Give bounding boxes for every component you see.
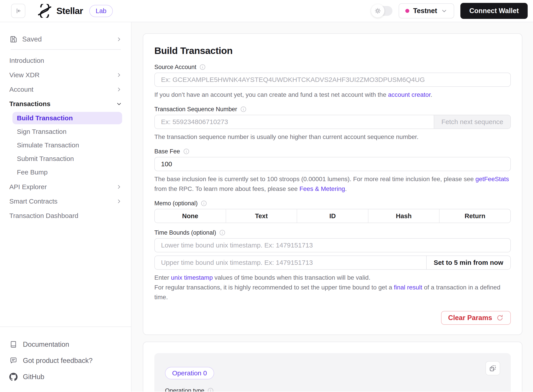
- account-creator-link[interactable]: account creator: [388, 91, 430, 98]
- sidebar-item-submit-transaction[interactable]: Submit Transaction: [12, 153, 122, 165]
- info-icon[interactable]: [219, 229, 226, 236]
- sidebar-item-fee-bump[interactable]: Fee Bump: [12, 166, 122, 178]
- source-account-field: Source Account If you don’t have an acco…: [154, 64, 511, 100]
- sidebar-item-label: API Explorer: [9, 183, 47, 191]
- info-icon[interactable]: [240, 106, 247, 112]
- connect-wallet-button[interactable]: Connect Wallet: [460, 3, 528, 19]
- fees-metering-link[interactable]: Fees & Metering: [299, 185, 345, 192]
- memo-option-id[interactable]: ID: [297, 209, 368, 223]
- lab-badge: Lab: [89, 5, 113, 17]
- sidebar-item-github[interactable]: GitHub: [9, 369, 122, 385]
- memo-option-hash[interactable]: Hash: [368, 209, 440, 223]
- time-bounds-label: Time Bounds (optional): [154, 229, 511, 236]
- helper-text: Enter: [154, 274, 171, 281]
- operation-badge: Operation 0: [165, 367, 214, 379]
- chevron-down-icon: [116, 101, 122, 107]
- sidebar-item-transaction-dashboard[interactable]: Transaction Dashboard: [9, 208, 122, 223]
- operation-header: Operation 0: [165, 361, 500, 379]
- page-title: Build Transaction: [154, 45, 511, 56]
- final-result-link[interactable]: final result: [394, 284, 422, 291]
- sidebar-item-introduction[interactable]: Introduction: [9, 53, 122, 68]
- build-transaction-card: Build Transaction Source Account If you …: [143, 33, 522, 335]
- stellar-logo[interactable]: Stellar: [38, 4, 83, 18]
- sidebar-collapse-button[interactable]: [11, 4, 25, 18]
- info-icon[interactable]: [207, 387, 214, 392]
- sidebar-item-label: Account: [9, 86, 33, 93]
- sidebar-footer: Documentation Got product feedback? GitH…: [0, 327, 131, 392]
- field-label-text: Transaction Sequence Number: [154, 106, 237, 113]
- memo-option-return[interactable]: Return: [439, 209, 510, 223]
- sequence-number-input[interactable]: [155, 115, 434, 129]
- base-fee-label: Base Fee: [154, 148, 511, 155]
- chevron-down-icon: [441, 8, 448, 14]
- sidebar-item-label: Build Transaction: [17, 114, 73, 122]
- sidebar-item-sign-transaction[interactable]: Sign Transaction: [12, 126, 122, 138]
- memo-option-text[interactable]: Text: [226, 209, 297, 223]
- sidebar-item-label: Sign Transaction: [17, 128, 66, 135]
- operations-card: Operation 0 Operation type Select operat…: [143, 342, 522, 392]
- set-5-min-button[interactable]: Set to 5 min from now: [426, 256, 510, 269]
- fetch-next-sequence-button[interactable]: Fetch next sequence: [434, 115, 510, 129]
- sidebar-item-smart-contracts[interactable]: Smart Contracts: [9, 194, 122, 208]
- theme-toggle[interactable]: [372, 6, 392, 16]
- sidebar-item-simulate-transaction[interactable]: Simulate Transaction: [12, 139, 122, 151]
- upper-time-bound-input-group: Set to 5 min from now: [154, 256, 511, 270]
- sidebar-item-saved[interactable]: Saved: [9, 32, 122, 47]
- book-icon: [9, 340, 18, 349]
- base-fee-field: Base Fee The base inclusion fee is curre…: [154, 148, 511, 194]
- field-label-text: Operation type: [165, 387, 204, 392]
- refresh-icon: [496, 314, 504, 322]
- lower-time-bound-input[interactable]: [154, 238, 511, 252]
- sequence-number-label: Transaction Sequence Number: [154, 106, 511, 112]
- base-fee-input[interactable]: [154, 157, 511, 171]
- sidebar-item-feedback[interactable]: Got product feedback?: [9, 352, 122, 369]
- sidebar-item-label: Saved: [22, 35, 42, 43]
- info-icon[interactable]: [183, 148, 190, 155]
- sidebar-item-documentation[interactable]: Documentation: [9, 336, 122, 352]
- sidebar-item-build-transaction[interactable]: Build Transaction: [12, 112, 122, 124]
- network-selector[interactable]: Testnet: [399, 3, 454, 19]
- field-label-text: Source Account: [154, 64, 196, 70]
- info-icon[interactable]: [201, 200, 207, 207]
- duplicate-operation-button[interactable]: [486, 361, 500, 375]
- sidebar-item-label: Fee Bump: [17, 168, 47, 176]
- source-account-input[interactable]: [154, 73, 511, 87]
- clear-params-button[interactable]: Clear Params: [441, 311, 511, 325]
- info-icon[interactable]: [199, 64, 206, 70]
- main-content: Build Transaction Source Account If you …: [132, 22, 533, 392]
- get-fee-stats-link[interactable]: getFeeStats: [476, 176, 509, 182]
- sidebar-item-label: Documentation: [23, 341, 69, 349]
- upper-time-bound-input[interactable]: [155, 256, 426, 269]
- network-name: Testnet: [413, 7, 437, 15]
- time-bounds-helper-2: For regular transactions, it is highly r…: [154, 283, 511, 302]
- field-label-text: Memo (optional): [154, 200, 198, 207]
- sidebar-item-account[interactable]: Account: [9, 82, 122, 97]
- sequence-number-helper: The transaction sequence number is usual…: [154, 132, 511, 142]
- operation-panel: Operation 0 Operation type Select operat…: [154, 353, 511, 392]
- base-fee-helper: The base inclusion fee is currently set …: [154, 174, 511, 194]
- chevron-right-icon: [116, 198, 122, 205]
- helper-text: .: [345, 185, 347, 192]
- source-account-helper: If you don’t have an account yet, you ca…: [154, 90, 511, 100]
- source-account-label: Source Account: [154, 64, 511, 70]
- clear-params-label: Clear Params: [448, 314, 492, 322]
- unix-timestamp-link[interactable]: unix timestamp: [171, 274, 213, 281]
- save-icon: [9, 35, 18, 43]
- sidebar-item-label: Transactions: [9, 100, 50, 108]
- memo-type-segmented-control: None Text ID Hash Return: [154, 209, 511, 223]
- sidebar-item-label: View XDR: [9, 71, 40, 79]
- helper-text: The base inclusion fee is currently set …: [154, 176, 476, 182]
- operation-type-label: Operation type: [165, 387, 500, 392]
- sidebar-item-view-xdr[interactable]: View XDR: [9, 68, 122, 82]
- brand-name: Stellar: [57, 6, 83, 16]
- stellar-logo-icon: [38, 4, 52, 18]
- memo-field: Memo (optional) None Text ID Hash Return: [154, 200, 511, 223]
- sidebar-item-transactions[interactable]: Transactions: [9, 97, 122, 111]
- duplicate-icon: [489, 364, 497, 372]
- chevron-right-icon: [116, 72, 122, 78]
- sidebar-item-api-explorer[interactable]: API Explorer: [9, 180, 122, 194]
- helper-text: from the RPC. To learn more about fees, …: [154, 185, 299, 192]
- memo-label: Memo (optional): [154, 200, 511, 207]
- sidebar: Saved Introduction View XDR Account Tran…: [0, 22, 132, 392]
- memo-option-none[interactable]: None: [155, 209, 226, 223]
